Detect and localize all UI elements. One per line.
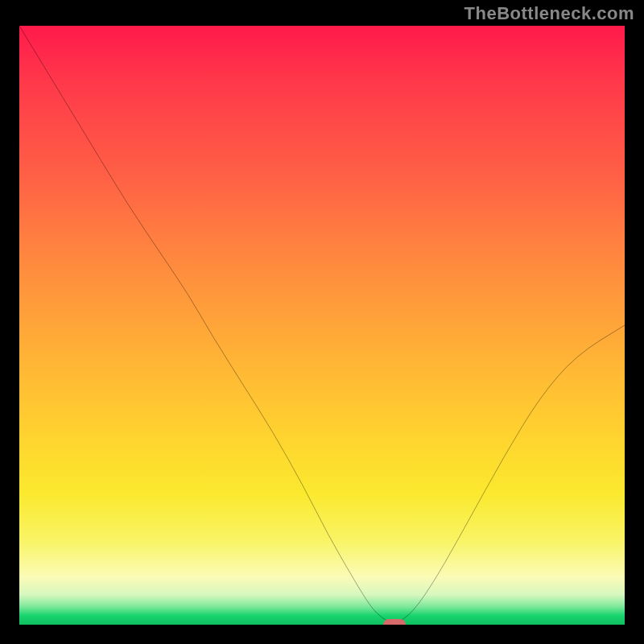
chart-frame: TheBottleneck.com <box>0 0 644 644</box>
curve-path <box>19 26 625 623</box>
watermark-text: TheBottleneck.com <box>464 3 634 24</box>
bottleneck-curve <box>19 26 625 625</box>
optimal-marker <box>383 619 406 625</box>
plot-area <box>19 26 625 625</box>
